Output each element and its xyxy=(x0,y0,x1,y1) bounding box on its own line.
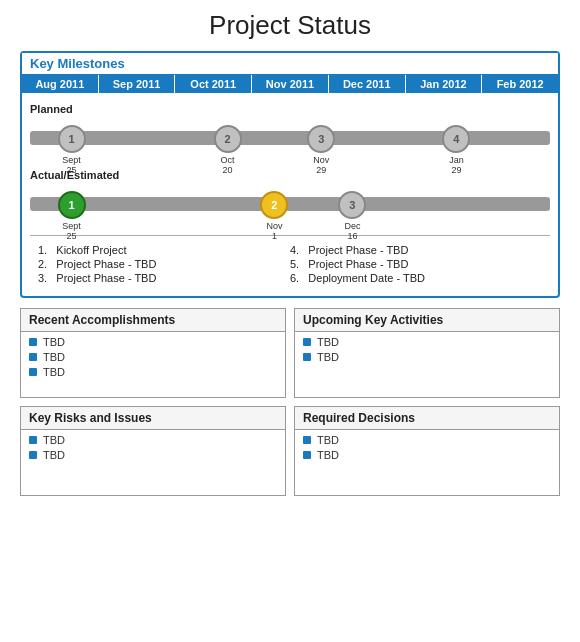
timeline-header: Aug 2011 Sep 2011 Oct 2011 Nov 2011 Dec … xyxy=(22,75,558,93)
required-decisions-header: Required Decisions xyxy=(295,407,559,430)
bullet-dot xyxy=(29,451,37,459)
page-title: Project Status xyxy=(20,10,560,41)
required-decisions-box: Required Decisions TBD TBD xyxy=(294,406,560,496)
items-divider xyxy=(30,235,550,236)
items-grid: 1. Kickoff Project 2. Project Phase - TB… xyxy=(30,240,550,292)
planned-label: Planned xyxy=(30,103,550,115)
bullet-dot xyxy=(303,338,311,346)
key-risks-header: Key Risks and Issues xyxy=(21,407,285,430)
upcoming-item-1: TBD xyxy=(303,336,551,348)
col-aug2011: Aug 2011 xyxy=(22,75,99,93)
actual-label: Actual/Estimated xyxy=(30,169,550,181)
recent-item-3: TBD xyxy=(29,366,277,378)
actual-label-1: Sept25 xyxy=(62,221,81,241)
recent-accomplishments-body: TBD TBD TBD xyxy=(21,332,285,389)
risk-item-2: TBD xyxy=(29,449,277,461)
bullet-dot xyxy=(29,338,37,346)
items-left: 1. Kickoff Project 2. Project Phase - TB… xyxy=(38,244,290,286)
col-sep2011: Sep 2011 xyxy=(99,75,176,93)
col-nov2011: Nov 2011 xyxy=(252,75,329,93)
recent-item-2: TBD xyxy=(29,351,277,363)
planned-label-3: Nov29 xyxy=(313,155,329,175)
upcoming-activities-box: Upcoming Key Activities TBD TBD xyxy=(294,308,560,398)
key-milestones-section: Key Milestones Aug 2011 Sep 2011 Oct 201… xyxy=(20,51,560,298)
bullet-dot xyxy=(303,451,311,459)
col-oct2011: Oct 2011 xyxy=(175,75,252,93)
planned-label-4: Jan29 xyxy=(449,155,464,175)
required-decisions-body: TBD TBD xyxy=(295,430,559,472)
col-feb2012: Feb 2012 xyxy=(482,75,558,93)
bottom-grid: Recent Accomplishments TBD TBD TBD Upcom… xyxy=(20,308,560,496)
actual-milestone-2: 2 xyxy=(260,191,288,219)
recent-accomplishments-header: Recent Accomplishments xyxy=(21,309,285,332)
item-5: 5. Project Phase - TBD xyxy=(290,258,542,270)
upcoming-activities-body: TBD TBD xyxy=(295,332,559,374)
planned-milestone-1: 1 xyxy=(58,125,86,153)
item-1: 1. Kickoff Project xyxy=(38,244,290,256)
item-3: 3. Project Phase - TBD xyxy=(38,272,290,284)
timeline-body: Planned 1 Sept25 2 Oct20 3 Nov29 4 Jan29… xyxy=(22,93,558,296)
bullet-dot xyxy=(29,436,37,444)
item-4: 4. Project Phase - TBD xyxy=(290,244,542,256)
upcoming-item-2: TBD xyxy=(303,351,551,363)
planned-label-2: Oct20 xyxy=(221,155,235,175)
risk-item-1: TBD xyxy=(29,434,277,446)
actual-label-2: Nov1 xyxy=(266,221,282,241)
bullet-dot xyxy=(29,353,37,361)
col-dec2011: Dec 2011 xyxy=(329,75,406,93)
actual-label-3: Dec16 xyxy=(344,221,360,241)
bullet-dot xyxy=(303,353,311,361)
decision-item-1: TBD xyxy=(303,434,551,446)
key-milestones-header: Key Milestones xyxy=(22,53,558,75)
planned-milestone-3: 3 xyxy=(307,125,335,153)
decision-item-2: TBD xyxy=(303,449,551,461)
key-risks-box: Key Risks and Issues TBD TBD xyxy=(20,406,286,496)
item-6: 6. Deployment Date - TBD xyxy=(290,272,542,284)
planned-track: 1 Sept25 2 Oct20 3 Nov29 4 Jan29 xyxy=(30,117,550,165)
bullet-dot xyxy=(29,368,37,376)
key-risks-body: TBD TBD xyxy=(21,430,285,472)
upcoming-activities-header: Upcoming Key Activities xyxy=(295,309,559,332)
recent-item-1: TBD xyxy=(29,336,277,348)
item-2: 2. Project Phase - TBD xyxy=(38,258,290,270)
actual-track: 1 Sept25 2 Nov1 3 Dec16 xyxy=(30,183,550,231)
planned-label-1: Sept25 xyxy=(62,155,81,175)
planned-milestone-2: 2 xyxy=(214,125,242,153)
actual-bar xyxy=(30,197,550,211)
bullet-dot xyxy=(303,436,311,444)
planned-bar xyxy=(30,131,550,145)
items-right: 4. Project Phase - TBD 5. Project Phase … xyxy=(290,244,542,286)
recent-accomplishments-box: Recent Accomplishments TBD TBD TBD xyxy=(20,308,286,398)
planned-milestone-4: 4 xyxy=(442,125,470,153)
actual-milestone-3: 3 xyxy=(338,191,366,219)
col-jan2012: Jan 2012 xyxy=(406,75,483,93)
actual-milestone-1: 1 xyxy=(58,191,86,219)
